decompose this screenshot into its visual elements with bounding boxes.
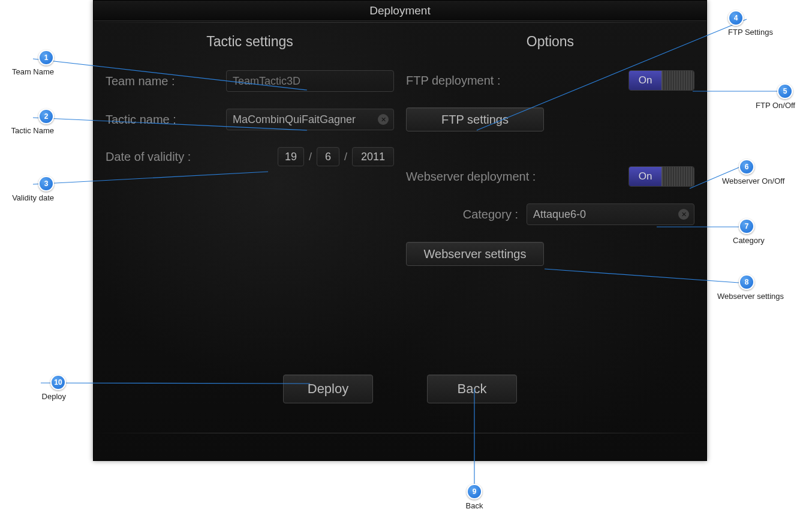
date-year-field[interactable]: 2011 bbox=[352, 147, 394, 166]
callout-label-1: Team Name bbox=[12, 67, 54, 76]
divider bbox=[94, 433, 706, 433]
ftp-deployment-label: FTP deployment : bbox=[406, 74, 500, 88]
content-columns: Tactic settings Team name : TeamTactic3D… bbox=[100, 34, 700, 358]
date-day-field[interactable]: 19 bbox=[278, 147, 304, 166]
ftp-toggle-on-label: On bbox=[629, 71, 661, 90]
ftp-row: FTP deployment : On bbox=[406, 70, 694, 91]
tactic-settings-heading: Tactic settings bbox=[106, 34, 394, 50]
category-row: Category : Attaque6-0 ✕ bbox=[406, 203, 694, 225]
callout-bubble-5[interactable]: 5 bbox=[777, 83, 793, 99]
tactic-name-field[interactable]: MaCombinQuiFaitGagner ✕ bbox=[226, 109, 394, 130]
ftp-settings-button[interactable]: FTP settings bbox=[406, 107, 544, 131]
webserver-deployment-label: Webserver deployment : bbox=[406, 170, 536, 184]
webserver-settings-button[interactable]: Webserver settings bbox=[406, 242, 544, 266]
callout-label-2: Tactic Name bbox=[11, 126, 54, 135]
category-field[interactable]: Attaque6-0 ✕ bbox=[527, 203, 694, 225]
webserver-row: Webserver deployment : On bbox=[406, 166, 694, 187]
team-name-field[interactable]: TeamTactic3D bbox=[226, 70, 394, 92]
date-month-field[interactable]: 6 bbox=[317, 147, 339, 166]
tactic-settings-column: Tactic settings Team name : TeamTactic3D… bbox=[100, 34, 400, 358]
callout-label-10: Deploy bbox=[42, 392, 66, 401]
tactic-name-label: Tactic name : bbox=[106, 113, 176, 127]
callout-label-5: FTP On/Off bbox=[756, 101, 795, 110]
back-button[interactable]: Back bbox=[427, 375, 517, 403]
webserver-toggle[interactable]: On bbox=[628, 166, 694, 187]
category-label: Category : bbox=[463, 208, 518, 221]
options-heading: Options bbox=[406, 34, 694, 50]
webserver-toggle-on-label: On bbox=[629, 167, 661, 186]
team-name-row: Team name : TeamTactic3D bbox=[106, 70, 394, 92]
date-row: Date of validity : 19 / 6 / 2011 bbox=[106, 147, 394, 166]
team-name-label: Team name : bbox=[106, 74, 175, 88]
callout-bubble-8[interactable]: 8 bbox=[739, 274, 754, 290]
callout-bubble-2[interactable]: 2 bbox=[38, 109, 54, 124]
callout-label-9: Back bbox=[466, 501, 483, 510]
date-label: Date of validity : bbox=[106, 150, 191, 164]
callout-bubble-4[interactable]: 4 bbox=[728, 10, 744, 26]
callout-bubble-1[interactable]: 1 bbox=[38, 50, 54, 65]
callout-label-8: Webserver settings bbox=[717, 292, 784, 301]
callout-label-6: Webserver On/Off bbox=[722, 176, 784, 185]
ftp-toggle[interactable]: On bbox=[628, 70, 694, 91]
category-value: Attaque6-0 bbox=[533, 208, 586, 221]
deploy-button[interactable]: Deploy bbox=[283, 375, 373, 403]
divider bbox=[94, 22, 706, 23]
toggle-knob-icon bbox=[661, 167, 694, 186]
bottom-buttons: Deploy Back bbox=[94, 375, 706, 403]
callout-bubble-9[interactable]: 9 bbox=[467, 484, 482, 499]
callout-bubble-3[interactable]: 3 bbox=[38, 176, 54, 191]
callout-bubble-6[interactable]: 6 bbox=[739, 159, 754, 175]
date-group: 19 / 6 / 2011 bbox=[278, 147, 394, 166]
deployment-window: Deployment Tactic settings Team name : T… bbox=[93, 0, 707, 461]
toggle-knob-icon bbox=[661, 71, 694, 90]
options-column: Options FTP deployment : On FTP settings… bbox=[400, 34, 700, 358]
callout-bubble-10[interactable]: 10 bbox=[50, 375, 66, 390]
tactic-name-value: MaCombinQuiFaitGagner bbox=[233, 113, 356, 126]
ftp-settings-row: FTP settings bbox=[406, 107, 694, 131]
team-name-value: TeamTactic3D bbox=[233, 75, 300, 88]
window-title: Deployment bbox=[94, 1, 706, 21]
callout-label-7: Category bbox=[733, 236, 765, 245]
date-sep: / bbox=[344, 151, 347, 163]
callout-label-4: FTP Settings bbox=[728, 28, 773, 37]
webserver-settings-row: Webserver settings bbox=[406, 242, 694, 266]
clear-icon[interactable]: ✕ bbox=[678, 209, 689, 220]
callout-label-3: Validity date bbox=[12, 193, 54, 202]
clear-icon[interactable]: ✕ bbox=[378, 114, 389, 125]
date-sep: / bbox=[309, 151, 312, 163]
callout-bubble-7[interactable]: 7 bbox=[739, 218, 754, 234]
tactic-name-row: Tactic name : MaCombinQuiFaitGagner ✕ bbox=[106, 109, 394, 130]
